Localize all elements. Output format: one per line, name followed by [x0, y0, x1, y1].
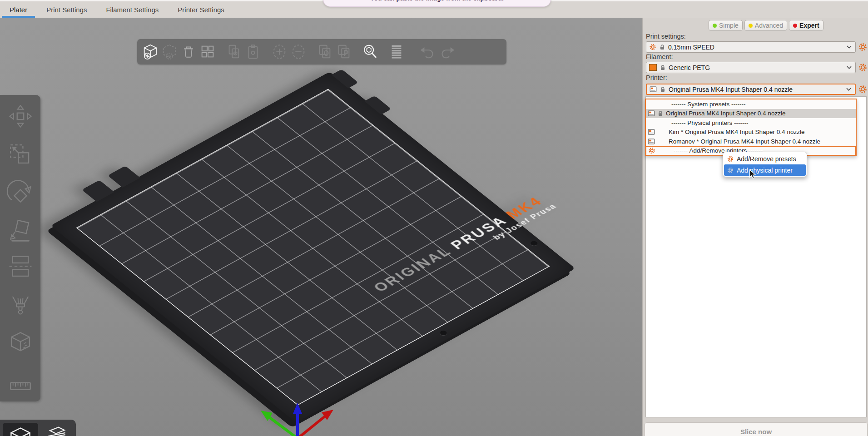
printer-label: Printer: — [646, 74, 667, 81]
menu-item-label: Add physical printer — [737, 167, 793, 174]
system-preset-gear-icon — [649, 44, 656, 50]
cut-icon[interactable] — [6, 251, 35, 283]
simple-dot-icon — [713, 24, 717, 28]
search-icon[interactable] — [361, 42, 380, 61]
split-to-objects-icon[interactable] — [315, 42, 334, 61]
copy-icon[interactable] — [224, 42, 243, 61]
dropdown-separator: ------- System presets ------- — [646, 99, 856, 109]
printer-icon — [650, 86, 657, 93]
remove-instance-icon[interactable] — [289, 42, 308, 61]
filament-combo[interactable]: Generic PETG — [646, 62, 856, 73]
move-icon[interactable] — [6, 100, 35, 132]
plater-toolbar — [137, 39, 506, 64]
filament-gear-button[interactable] — [858, 63, 867, 72]
printer-value: Original Prusa MK4 Input Shaper 0.4 nozz… — [669, 86, 843, 93]
prusaslicer-window: ORIGINAL PRUSA MK4 by Josef Prusa — [0, 0, 868, 436]
chevron-down-icon — [845, 86, 852, 93]
gear-icon — [727, 167, 734, 173]
split-to-parts-icon[interactable] — [334, 42, 353, 61]
tab-printer-settings[interactable]: Printer Settings — [168, 1, 234, 18]
dropdown-separator: ------- Physical printers ------- — [646, 118, 856, 128]
presets-context-menu: Add/Remove presets Add physical printer — [723, 152, 807, 177]
dropdown-item-system-preset[interactable]: Original Prusa MK4 Input Shaper 0.4 nozz… — [646, 109, 856, 119]
place-on-face-icon[interactable] — [6, 213, 35, 245]
tab-print-settings[interactable]: Print Settings — [37, 1, 96, 18]
mode-selector: Simple Advanced Expert — [709, 20, 827, 31]
lock-icon — [660, 64, 666, 71]
printer-icon — [648, 129, 655, 135]
advanced-dot-icon — [749, 24, 753, 28]
menu-item-add-remove-presets[interactable]: Add/Remove presets — [724, 153, 806, 164]
undo-icon[interactable] — [418, 42, 437, 61]
mouse-cursor — [748, 168, 758, 179]
tab-filament-settings[interactable]: Filament Settings — [96, 1, 168, 18]
mode-advanced[interactable]: Advanced — [744, 20, 787, 31]
redo-icon[interactable] — [437, 42, 456, 61]
print-settings-combo[interactable]: 0.15mm SPEED — [646, 41, 856, 53]
notification-toast: You can paste the image from the clipboa… — [323, 0, 551, 7]
menu-item-label: Add/Remove presets — [737, 155, 796, 163]
print-bed: ORIGINAL PRUSA MK4 by Josef Prusa — [50, 72, 575, 423]
mode-simple[interactable]: Simple — [709, 20, 743, 31]
expert-dot-icon — [793, 24, 797, 28]
print-settings-gear-button[interactable] — [858, 43, 867, 51]
seam-painting-icon[interactable] — [6, 327, 35, 358]
chevron-down-icon — [846, 64, 853, 71]
delete-all-icon[interactable] — [179, 42, 198, 61]
filament-value: Generic PETG — [669, 64, 843, 71]
print-settings-value: 0.15mm SPEED — [668, 44, 843, 51]
menu-item-add-physical-printer[interactable]: Add physical printer — [724, 164, 806, 176]
axes-gizmo — [253, 397, 348, 436]
mode-expert[interactable]: Expert — [789, 20, 823, 31]
add-object-icon[interactable] — [141, 42, 160, 61]
add-instance-icon[interactable] — [270, 42, 289, 61]
print-settings-label: Print settings: — [646, 33, 686, 40]
measure-icon[interactable] — [6, 364, 35, 396]
lock-icon — [657, 110, 664, 117]
mode-expert-label: Expert — [799, 22, 819, 29]
mode-advanced-label: Advanced — [755, 22, 783, 29]
dropdown-item-label: Kim * Original Prusa MK4 Input Shaper 0.… — [669, 129, 804, 135]
dropdown-item-physical-printer[interactable]: Romanov * Original Prusa MK4 Input Shape… — [646, 137, 856, 146]
preview-layers-view-button[interactable] — [39, 423, 74, 436]
viewport-3d[interactable]: ORIGINAL PRUSA MK4 by Josef Prusa — [0, 18, 642, 436]
filament-label: Filament: — [646, 53, 673, 60]
printer-dropdown-list: ------- System presets ------- Original … — [645, 99, 857, 156]
printer-gear-button[interactable] — [858, 85, 867, 94]
slice-now-button[interactable]: Slice now — [645, 422, 868, 436]
delete-object-icon[interactable] — [160, 42, 179, 61]
3d-editor-view-button[interactable] — [3, 423, 38, 436]
paint-supports-icon[interactable] — [6, 289, 35, 321]
paste-icon[interactable] — [243, 42, 263, 61]
variable-layer-height-icon[interactable] — [387, 42, 406, 61]
gear-icon — [648, 147, 655, 154]
dropdown-item-label: Original Prusa MK4 Input Shaper 0.4 nozz… — [666, 110, 785, 117]
lock-icon — [659, 44, 665, 50]
lock-icon — [660, 86, 666, 93]
rotate-icon[interactable] — [6, 176, 35, 208]
printer-combo[interactable]: Original Prusa MK4 Input Shaper 0.4 nozz… — [646, 84, 856, 95]
gizmo-toolbar — [0, 95, 40, 401]
view-switch — [0, 420, 76, 436]
dropdown-item-label: Romanov * Original Prusa MK4 Input Shape… — [669, 138, 820, 145]
printer-icon — [648, 110, 655, 117]
gear-icon — [727, 156, 734, 162]
tab-plater[interactable]: Plater — [0, 1, 37, 18]
dropdown-item-physical-printer[interactable]: Kim * Original Prusa MK4 Input Shaper 0.… — [646, 128, 856, 137]
scale-icon[interactable] — [6, 138, 35, 170]
mode-simple-label: Simple — [719, 22, 739, 29]
chevron-down-icon — [846, 44, 853, 50]
printer-icon — [648, 138, 655, 145]
arrange-icon[interactable] — [198, 42, 217, 61]
filament-color-swatch — [649, 64, 657, 71]
